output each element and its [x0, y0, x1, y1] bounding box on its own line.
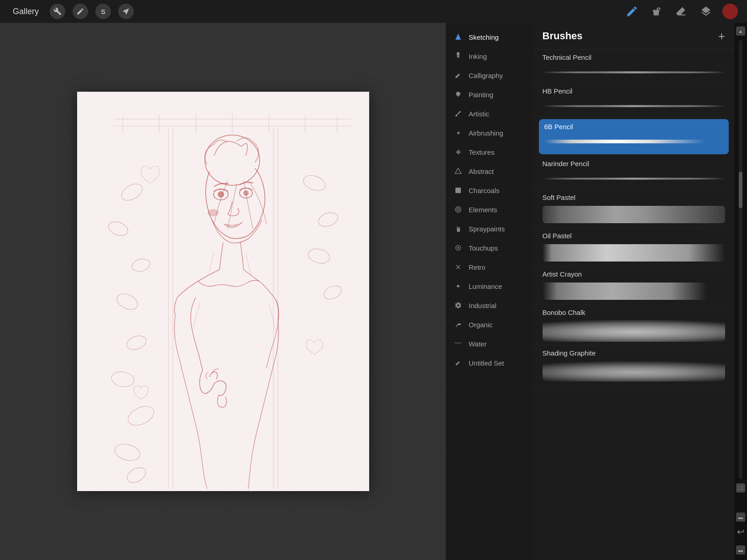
svg-point-33 [457, 52, 460, 56]
brush-item-oil-pastel[interactable]: Oil Pastel [533, 228, 734, 267]
brush-preview-hb-pencil [543, 97, 725, 115]
brush-name-shading-graphite: Shading Graphite [543, 349, 725, 357]
airbrushing-icon: ✦ [453, 128, 463, 138]
brush-name-6b-pencil: 6B Pencil [544, 123, 723, 131]
sidebar-item-luminance[interactable]: ✦ Luminance [446, 277, 533, 296]
sidebar-item-textures[interactable]: ✤ Textures [446, 142, 533, 162]
brush-item-hb-pencil[interactable]: HB Pencil [533, 84, 734, 117]
sidebar-item-inking[interactable]: Inking [446, 47, 533, 66]
scroll-square-button[interactable]: □ [736, 483, 745, 492]
brush-item-technical-pencil[interactable]: Technical Pencil [533, 50, 734, 84]
right-panel: Sketching Inking Calligraphy Painting [446, 23, 747, 560]
brush-item-narinder-pencil[interactable]: Narinder Pencil [533, 156, 734, 190]
pencil-tool-button[interactable] [624, 3, 640, 20]
svg-point-34 [456, 92, 460, 96]
smear-tool-button[interactable] [648, 3, 665, 20]
smudge-button[interactable]: S [95, 4, 111, 19]
brushes-panel: Brushes + Technical Pencil HB Pencil [533, 23, 734, 560]
move-button[interactable] [118, 4, 134, 19]
stroke-preview [543, 320, 725, 342]
retro-icon [453, 262, 463, 272]
scroll-track[interactable] [739, 40, 742, 479]
inking-icon [453, 51, 463, 61]
canvas-area[interactable] [0, 23, 446, 560]
scroll-handle-button[interactable]: ▬ [736, 513, 745, 522]
scroll-bottom-button[interactable]: ▬ [736, 545, 745, 555]
panel-scrollbar: ▲ □ ▬ ↩ ▬ [734, 23, 747, 560]
wrench-button[interactable] [50, 4, 65, 19]
abstract-icon [453, 166, 463, 176]
color-picker[interactable] [722, 4, 738, 19]
stroke-preview [543, 178, 725, 179]
svg-point-31 [243, 190, 249, 196]
scroll-thumb[interactable] [739, 172, 742, 208]
sidebar-item-water[interactable]: 〰 Water [446, 334, 533, 353]
sidebar-item-industrial[interactable]: Industrial [446, 296, 533, 315]
brush-preview-technical-pencil [543, 63, 725, 81]
elements-icon [453, 204, 463, 215]
eraser-tool-button[interactable] [673, 3, 690, 20]
touchups-icon [453, 243, 463, 253]
brush-preview-bonobo-chalk [543, 318, 725, 343]
sidebar-item-airbrushing[interactable]: ✦ Airbrushing [446, 123, 533, 142]
sidebar-item-painting[interactable]: Painting [446, 85, 533, 104]
svg-rect-39 [457, 228, 460, 232]
sidebar-item-elements[interactable]: Elements [446, 200, 533, 219]
sketch-svg [77, 92, 369, 491]
toolbar-right [624, 3, 738, 20]
svg-point-37 [455, 207, 461, 212]
luminance-icon: ✦ [453, 281, 463, 291]
calligraphy-icon [453, 70, 463, 80]
brushes-list: Technical Pencil HB Pencil 6B Pencil [533, 50, 734, 560]
svg-point-38 [457, 208, 459, 210]
canvas-drawing[interactable] [77, 92, 369, 491]
layers-tool-button[interactable] [698, 3, 714, 20]
sidebar-item-retro[interactable]: Retro [446, 257, 533, 277]
sidebar-item-touchups[interactable]: Touchups [446, 238, 533, 257]
brush-name-artist-crayon: Artist Crayon [543, 270, 725, 278]
brush-item-bonobo-chalk[interactable]: Bonobo Chalk [533, 305, 734, 345]
stroke-preview [543, 244, 725, 262]
sidebar-item-organic[interactable]: Organic [446, 315, 533, 334]
textures-icon: ✤ [453, 147, 463, 157]
brush-item-artist-crayon[interactable]: Artist Crayon [533, 267, 734, 305]
sidebar-item-charcoals[interactable]: Charcoals [446, 181, 533, 200]
svg-point-29 [218, 191, 224, 198]
spraypaints-icon [453, 224, 463, 234]
untitled-icon [453, 358, 463, 368]
sidebar-item-spraypaints[interactable]: Spraypaints [446, 219, 533, 238]
brush-item-shading-graphite[interactable]: Shading Graphite [533, 345, 734, 386]
category-sidebar: Sketching Inking Calligraphy Painting [446, 23, 533, 560]
gallery-button[interactable]: Gallery [9, 5, 42, 18]
sketching-icon [453, 32, 463, 42]
sidebar-item-artistic[interactable]: Artistic [446, 104, 533, 123]
brush-item-6b-pencil[interactable]: 6B Pencil [539, 119, 729, 154]
water-icon: 〰 [453, 339, 463, 349]
toolbar: Gallery S [0, 0, 747, 23]
sidebar-item-abstract[interactable]: Abstract [446, 162, 533, 181]
brush-name-narinder-pencil: Narinder Pencil [543, 160, 725, 167]
stroke-preview [543, 361, 725, 382]
svg-marker-35 [455, 168, 461, 173]
brush-preview-shading-graphite [543, 359, 725, 384]
pen-nib-button[interactable] [73, 4, 88, 19]
brushes-title: Brushes [543, 30, 583, 42]
undo-button[interactable]: ↩ [737, 526, 745, 537]
stroke-preview [544, 140, 723, 143]
brush-name-technical-pencil: Technical Pencil [543, 53, 725, 61]
sidebar-item-untitled[interactable]: Untitled Set [446, 353, 533, 372]
toolbar-left: Gallery S [9, 4, 616, 19]
industrial-icon [453, 300, 463, 310]
charcoals-icon [453, 185, 463, 195]
painting-icon [453, 89, 463, 99]
stroke-preview [543, 72, 725, 73]
stroke-preview [543, 206, 725, 223]
sidebar-item-sketching[interactable]: Sketching [446, 27, 533, 47]
sidebar-item-calligraphy[interactable]: Calligraphy [446, 66, 533, 85]
add-brush-button[interactable]: + [718, 30, 725, 42]
svg-rect-36 [455, 188, 461, 193]
scroll-up-button[interactable]: ▲ [736, 26, 745, 36]
brush-item-soft-pastel[interactable]: Soft Pastel [533, 190, 734, 228]
brush-name-hb-pencil: HB Pencil [543, 87, 725, 95]
svg-point-41 [457, 247, 459, 249]
